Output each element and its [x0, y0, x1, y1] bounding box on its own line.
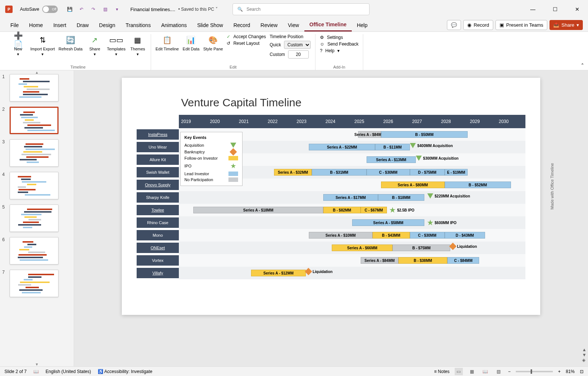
tab-draw[interactable]: Draw — [71, 19, 94, 31]
undo-icon[interactable]: ↶ — [77, 5, 86, 14]
maximize-button[interactable]: ☐ — [549, 4, 561, 15]
settings-button[interactable]: ⚙Settings — [320, 35, 343, 40]
funding-bar[interactable]: Series A - $84MM — [358, 131, 381, 138]
slide-nav-arrows[interactable]: ▲▼◈ — [582, 347, 587, 363]
fit-window-button[interactable]: ⊡ — [580, 369, 584, 374]
thumbnail-6[interactable]: 6 — [2, 237, 71, 264]
tab-transitions[interactable]: Transitions — [120, 19, 156, 31]
reset-layout-button[interactable]: ↺Reset Layout — [227, 41, 260, 46]
tab-record[interactable]: Record — [228, 19, 255, 31]
thumbnail-3[interactable]: 3 — [2, 139, 71, 167]
record-button[interactable]: ◉ Record — [463, 20, 493, 30]
tab-file[interactable]: File — [5, 19, 24, 31]
reading-view-button[interactable]: 📖 — [481, 368, 490, 375]
qat-more-icon[interactable]: ▾ — [113, 5, 121, 14]
event-marker[interactable]: ★$600MM IPO — [427, 219, 457, 227]
slide-counter[interactable]: Slide 2 of 7 — [4, 369, 27, 374]
zoom-in-button[interactable]: + — [558, 369, 561, 374]
tab-review[interactable]: Review — [255, 19, 283, 31]
close-button[interactable]: ✕ — [572, 4, 583, 15]
autosave-toggle[interactable]: AutoSave Off — [20, 6, 58, 13]
style-pane-button[interactable]: 🎨Style Pane — [203, 34, 223, 51]
funding-bar[interactable]: Series A - $32MM — [274, 169, 311, 176]
funding-bar[interactable]: B - $43MM — [372, 232, 410, 239]
normal-view-button[interactable]: ▭ — [455, 368, 463, 375]
thumbnail-2[interactable]: 2 — [2, 107, 71, 134]
tab-home[interactable]: Home — [24, 19, 48, 31]
funding-bar[interactable]: E - $19MM — [445, 169, 468, 176]
funding-bar[interactable]: Series A - $58MM — [352, 219, 424, 226]
slideshow-view-button[interactable]: ▧ — [495, 368, 503, 375]
sorter-view-button[interactable]: ▦ — [468, 368, 476, 375]
zoom-slider[interactable] — [516, 371, 553, 372]
funding-bar[interactable]: C - $30MM — [367, 169, 410, 176]
funding-bar[interactable]: C - $67MM — [361, 207, 387, 213]
thumbnail-4[interactable]: 4 — [2, 172, 71, 199]
custom-position-input[interactable]: Custom — [270, 50, 308, 59]
spellcheck-icon[interactable]: 📖 — [33, 369, 39, 374]
funding-bar[interactable]: D - $43MM — [445, 232, 485, 239]
quick-position-select[interactable]: QuickCustom — [270, 41, 311, 49]
refresh-data-button[interactable]: 🔄Refresh Data — [59, 34, 83, 51]
event-marker[interactable]: $220MM Acquisition — [427, 193, 470, 199]
present-teams-button[interactable]: ▣ Present in Teams — [495, 20, 547, 30]
funding-bar[interactable]: C - $30MM — [410, 232, 445, 239]
zoom-level[interactable]: 81% — [566, 369, 575, 374]
tab-animations[interactable]: Animations — [156, 19, 192, 31]
share-button[interactable]: 📤 Share ▾ — [549, 20, 583, 30]
funding-bar[interactable]: Series A - $13MM — [367, 156, 416, 163]
present-icon[interactable]: ▧ — [101, 5, 110, 14]
event-marker[interactable]: $400MM Acquisition — [410, 143, 453, 148]
thumbnail-1[interactable]: 1 — [2, 74, 71, 102]
tab-view[interactable]: View — [283, 19, 304, 31]
templates-button[interactable]: ▭▭Templates▾ — [107, 34, 126, 57]
event-marker[interactable]: Liquidation — [306, 269, 333, 274]
comments-button[interactable]: 💬 — [447, 20, 461, 30]
funding-bar[interactable]: B - $18MM — [378, 194, 424, 201]
edit-data-button[interactable]: 📊Edit Data — [183, 34, 200, 51]
new-button[interactable]: ➕📄New▾ — [10, 34, 27, 57]
help-button[interactable]: ?Help ▾ — [320, 48, 340, 53]
search-input[interactable]: 🔍 Search — [233, 3, 370, 15]
funding-bar[interactable]: B - $50MM — [381, 131, 468, 138]
tab-design[interactable]: Design — [94, 19, 121, 31]
accept-changes-button[interactable]: ✓Accept Changes — [227, 34, 266, 39]
saved-status[interactable]: • Saved to this PC ˅ — [178, 7, 217, 12]
event-marker[interactable]: Liquidation — [450, 244, 477, 249]
send-feedback-button[interactable]: ☺Send Feedback — [320, 41, 358, 47]
funding-bar[interactable]: B - $31MM — [312, 169, 367, 176]
tab-help[interactable]: Help — [352, 19, 373, 31]
funding-bar[interactable]: D - $75MM — [410, 169, 445, 176]
event-marker[interactable]: $300MM Acquisition — [416, 156, 459, 161]
collapse-ribbon-button[interactable]: ⌃ — [581, 63, 584, 68]
tab-slideshow[interactable]: Slide Show — [192, 19, 228, 31]
funding-bar[interactable]: B - $11MM — [375, 144, 410, 150]
themes-button[interactable]: ▦Themes▾ — [129, 34, 146, 57]
toggle-switch[interactable]: Off — [42, 6, 58, 13]
funding-bar[interactable]: B - $38MM — [398, 257, 448, 264]
funding-bar[interactable]: Series A - $84MM — [361, 257, 398, 264]
thumbnail-7[interactable]: 7 — [2, 270, 71, 297]
event-marker[interactable]: ★$2.5B IPO — [390, 206, 414, 214]
slide-canvas[interactable]: Venture Capital Timeline 201920202021202… — [74, 70, 588, 366]
funding-bar[interactable]: Series A - $10MM — [309, 232, 372, 239]
redo-icon[interactable]: ↷ — [89, 5, 98, 14]
edit-timeline-button[interactable]: 📋Edit Timeline — [156, 34, 179, 51]
funding-bar[interactable]: Series A - $80MM — [381, 182, 445, 188]
funding-bar[interactable]: B - $52MM — [445, 182, 511, 188]
tab-insert[interactable]: Insert — [48, 19, 71, 31]
funding-bar[interactable]: Series A - $22MM — [309, 144, 375, 150]
funding-bar[interactable]: Series A - $66MM — [332, 244, 392, 251]
funding-bar[interactable]: Series A - $17MM — [323, 194, 378, 201]
notes-button[interactable]: ≡ Notes — [434, 369, 450, 374]
language-status[interactable]: English (United States) — [46, 369, 91, 374]
thumbnail-5[interactable]: 5 — [2, 204, 71, 232]
minimize-button[interactable]: — — [527, 4, 538, 15]
slide[interactable]: Venture Capital Timeline 201920202021202… — [122, 78, 540, 315]
funding-bar[interactable]: Series A - $12MM — [251, 270, 306, 276]
funding-bar[interactable]: B - $75MM — [392, 244, 450, 251]
accessibility-status[interactable]: ♿ Accessibility: Investigate — [98, 369, 153, 374]
save-icon[interactable]: 💾 — [65, 5, 74, 14]
scroll-down-icon[interactable]: ▼ — [35, 362, 39, 366]
funding-bar[interactable]: B - $82MM — [323, 207, 361, 213]
